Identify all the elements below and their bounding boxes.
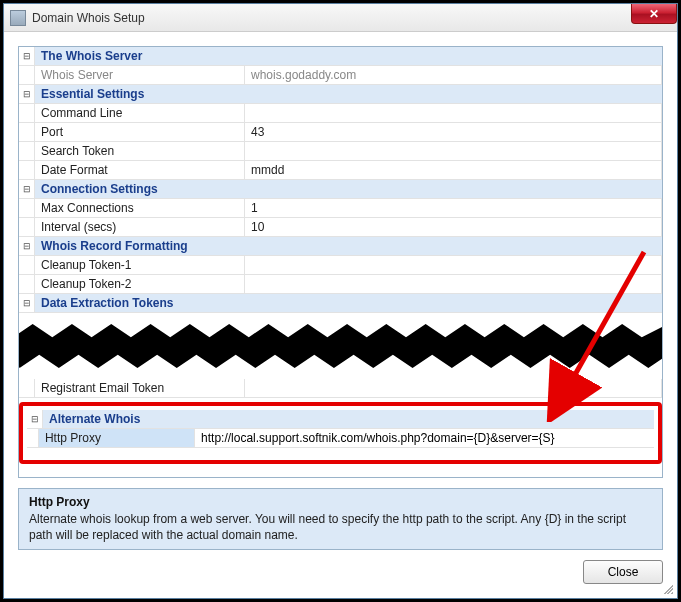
row-cleanup-2[interactable]: Cleanup Token-2 bbox=[19, 275, 662, 294]
label-max-connections: Max Connections bbox=[35, 199, 245, 217]
label-whois-server: Whois Server bbox=[35, 66, 245, 84]
label-registrant-email-token: Registrant Email Token bbox=[35, 379, 245, 397]
content-area: ⊟ The Whois Server Whois Server whois.go… bbox=[4, 32, 677, 598]
highlight-box: ⊟ Alternate Whois Http Proxy bbox=[19, 402, 662, 464]
row-date-format[interactable]: Date Format mmdd bbox=[19, 161, 662, 180]
expander-icon[interactable]: ⊟ bbox=[19, 47, 35, 65]
input-http-proxy[interactable] bbox=[195, 429, 654, 447]
expander-icon[interactable]: ⊟ bbox=[19, 180, 35, 198]
section-title: Alternate Whois bbox=[43, 410, 654, 428]
zigzag-icon bbox=[18, 324, 663, 368]
value-interval[interactable]: 10 bbox=[245, 218, 662, 236]
section-title: Connection Settings bbox=[35, 180, 662, 198]
row-search-token[interactable]: Search Token bbox=[19, 142, 662, 161]
row-cleanup-1[interactable]: Cleanup Token-1 bbox=[19, 256, 662, 275]
section-record-formatting[interactable]: ⊟ Whois Record Formatting bbox=[19, 237, 662, 256]
expander-icon[interactable]: ⊟ bbox=[19, 85, 35, 103]
expander-spacer bbox=[19, 66, 35, 84]
label-date-format: Date Format bbox=[35, 161, 245, 179]
value-search-token[interactable] bbox=[245, 142, 662, 160]
expander-icon[interactable]: ⊟ bbox=[27, 410, 43, 428]
label-cleanup-2: Cleanup Token-2 bbox=[35, 275, 245, 293]
row-http-proxy[interactable]: Http Proxy bbox=[27, 429, 654, 448]
section-title: The Whois Server bbox=[35, 47, 662, 65]
value-port[interactable]: 43 bbox=[245, 123, 662, 141]
row-max-connections[interactable]: Max Connections 1 bbox=[19, 199, 662, 218]
value-date-format[interactable]: mmdd bbox=[245, 161, 662, 179]
section-connection-settings[interactable]: ⊟ Connection Settings bbox=[19, 180, 662, 199]
value-registrant-email-token[interactable] bbox=[245, 379, 662, 397]
button-row: Close bbox=[18, 550, 663, 584]
section-title: Whois Record Formatting bbox=[35, 237, 662, 255]
expander-icon[interactable]: ⊟ bbox=[19, 237, 35, 255]
app-icon bbox=[10, 10, 26, 26]
close-icon: ✕ bbox=[649, 7, 659, 21]
property-grid: ⊟ The Whois Server Whois Server whois.go… bbox=[18, 46, 663, 478]
description-title: Http Proxy bbox=[29, 495, 652, 509]
section-essential-settings[interactable]: ⊟ Essential Settings bbox=[19, 85, 662, 104]
window-title: Domain Whois Setup bbox=[32, 11, 145, 25]
value-command-line[interactable] bbox=[245, 104, 662, 122]
section-alternate-whois[interactable]: ⊟ Alternate Whois bbox=[27, 410, 654, 429]
value-whois-server[interactable]: whois.godaddy.com bbox=[245, 66, 662, 84]
row-whois-server[interactable]: Whois Server whois.godaddy.com bbox=[19, 66, 662, 85]
window-close-button[interactable]: ✕ bbox=[631, 4, 677, 24]
description-panel: Http Proxy Alternate whois lookup from a… bbox=[18, 488, 663, 550]
label-port: Port bbox=[35, 123, 245, 141]
label-command-line: Command Line bbox=[35, 104, 245, 122]
row-command-line[interactable]: Command Line bbox=[19, 104, 662, 123]
expander-icon[interactable]: ⊟ bbox=[19, 294, 35, 312]
row-interval[interactable]: Interval (secs) 10 bbox=[19, 218, 662, 237]
label-search-token: Search Token bbox=[35, 142, 245, 160]
resize-grip-icon[interactable] bbox=[661, 582, 673, 594]
row-registrant-email-token[interactable]: Registrant Email Token bbox=[19, 379, 662, 398]
window-frame: Domain Whois Setup ✕ ⊟ The Whois Server … bbox=[3, 3, 678, 599]
value-max-connections[interactable]: 1 bbox=[245, 199, 662, 217]
description-body: Alternate whois lookup from a web server… bbox=[29, 511, 652, 543]
section-title: Essential Settings bbox=[35, 85, 662, 103]
label-cleanup-1: Cleanup Token-1 bbox=[35, 256, 245, 274]
row-port[interactable]: Port 43 bbox=[19, 123, 662, 142]
close-button[interactable]: Close bbox=[583, 560, 663, 584]
section-title: Data Extraction Tokens bbox=[35, 294, 662, 312]
label-http-proxy: Http Proxy bbox=[39, 429, 195, 447]
value-cleanup-1[interactable] bbox=[245, 256, 662, 274]
titlebar[interactable]: Domain Whois Setup ✕ bbox=[4, 4, 677, 32]
label-interval: Interval (secs) bbox=[35, 218, 245, 236]
truncation-indicator bbox=[19, 312, 662, 380]
section-data-extraction[interactable]: ⊟ Data Extraction Tokens bbox=[19, 294, 662, 313]
section-whois-server[interactable]: ⊟ The Whois Server bbox=[19, 47, 662, 66]
value-cleanup-2[interactable] bbox=[245, 275, 662, 293]
